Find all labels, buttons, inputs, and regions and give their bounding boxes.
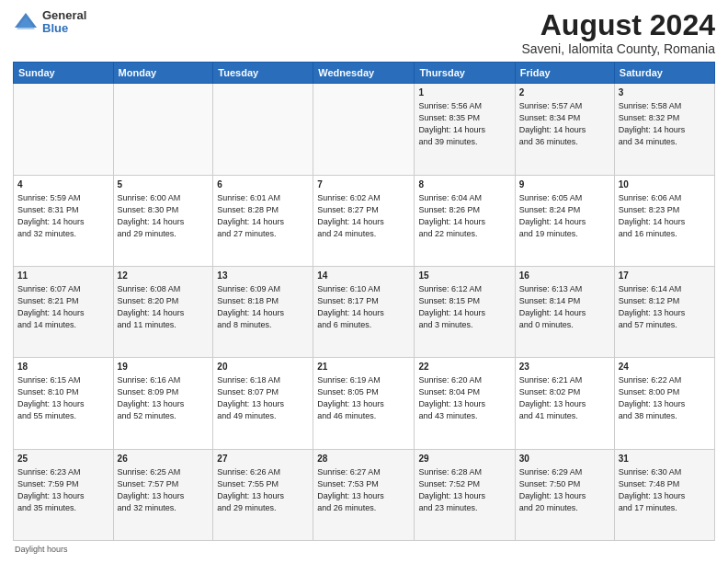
calendar-cell: 25Sunrise: 6:23 AM Sunset: 7:59 PM Dayli… [14, 449, 114, 540]
day-info: Sunrise: 5:58 AM Sunset: 8:32 PM Dayligh… [619, 100, 711, 148]
logo-text: General Blue [42, 9, 86, 36]
day-number: 18 [17, 361, 109, 373]
calendar-cell: 18Sunrise: 6:15 AM Sunset: 8:10 PM Dayli… [14, 358, 114, 449]
day-number: 24 [619, 361, 711, 373]
day-info: Sunrise: 6:19 AM Sunset: 8:05 PM Dayligh… [317, 374, 410, 422]
calendar-cell: 26Sunrise: 6:25 AM Sunset: 7:57 PM Dayli… [113, 449, 213, 540]
title-block: August 2024 Saveni, Ialomita County, Rom… [521, 9, 715, 56]
calendar-cell: 13Sunrise: 6:09 AM Sunset: 8:18 PM Dayli… [213, 266, 313, 357]
day-info: Sunrise: 6:16 AM Sunset: 8:09 PM Dayligh… [118, 374, 210, 422]
calendar-cell: 28Sunrise: 6:27 AM Sunset: 7:53 PM Dayli… [313, 449, 415, 540]
day-number: 23 [519, 361, 610, 373]
day-info: Sunrise: 6:30 AM Sunset: 7:48 PM Dayligh… [619, 466, 711, 514]
day-number: 30 [519, 453, 610, 465]
day-number: 11 [17, 270, 109, 282]
header: General Blue August 2024 Saveni, Ialomit… [13, 9, 715, 56]
calendar-cell: 30Sunrise: 6:29 AM Sunset: 7:50 PM Dayli… [515, 449, 614, 540]
calendar-cell: 1Sunrise: 5:56 AM Sunset: 8:35 PM Daylig… [415, 84, 515, 175]
day-info: Sunrise: 6:04 AM Sunset: 8:26 PM Dayligh… [418, 192, 510, 240]
day-number: 2 [519, 86, 610, 99]
calendar-cell: 2Sunrise: 5:57 AM Sunset: 8:34 PM Daylig… [515, 84, 614, 175]
day-number: 17 [619, 270, 711, 282]
calendar-week-4: 25Sunrise: 6:23 AM Sunset: 7:59 PM Dayli… [14, 449, 715, 540]
day-info: Sunrise: 6:27 AM Sunset: 7:53 PM Dayligh… [317, 466, 410, 514]
calendar-cell: 20Sunrise: 6:18 AM Sunset: 8:07 PM Dayli… [213, 358, 313, 449]
col-monday: Monday [113, 63, 213, 84]
calendar-cell: 23Sunrise: 6:21 AM Sunset: 8:02 PM Dayli… [515, 358, 614, 449]
day-info: Sunrise: 6:29 AM Sunset: 7:50 PM Dayligh… [519, 466, 610, 514]
day-info: Sunrise: 5:57 AM Sunset: 8:34 PM Dayligh… [519, 100, 610, 148]
day-info: Sunrise: 6:20 AM Sunset: 8:04 PM Dayligh… [418, 374, 510, 422]
logo-general: General [42, 9, 86, 22]
calendar-cell: 15Sunrise: 6:12 AM Sunset: 8:15 PM Dayli… [415, 266, 515, 357]
day-info: Sunrise: 6:21 AM Sunset: 8:02 PM Dayligh… [519, 374, 610, 422]
col-tuesday: Tuesday [213, 63, 313, 84]
calendar-cell: 3Sunrise: 5:58 AM Sunset: 8:32 PM Daylig… [614, 84, 714, 175]
calendar-cell: 29Sunrise: 6:28 AM Sunset: 7:52 PM Dayli… [415, 449, 515, 540]
day-number: 16 [519, 270, 610, 282]
calendar-cell: 8Sunrise: 6:04 AM Sunset: 8:26 PM Daylig… [415, 175, 515, 266]
calendar-cell [213, 84, 313, 175]
calendar-cell: 5Sunrise: 6:00 AM Sunset: 8:30 PM Daylig… [113, 175, 213, 266]
calendar-cell: 21Sunrise: 6:19 AM Sunset: 8:05 PM Dayli… [313, 358, 415, 449]
day-number: 25 [17, 453, 109, 465]
day-info: Sunrise: 6:13 AM Sunset: 8:14 PM Dayligh… [519, 283, 610, 331]
day-info: Sunrise: 6:05 AM Sunset: 8:24 PM Dayligh… [519, 192, 610, 240]
calendar-cell [113, 84, 213, 175]
calendar-week-0: 1Sunrise: 5:56 AM Sunset: 8:35 PM Daylig… [14, 84, 715, 175]
day-number: 20 [217, 361, 309, 373]
day-number: 22 [418, 361, 510, 373]
day-number: 14 [317, 270, 410, 282]
calendar-cell: 22Sunrise: 6:20 AM Sunset: 8:04 PM Dayli… [415, 358, 515, 449]
day-info: Sunrise: 5:56 AM Sunset: 8:35 PM Dayligh… [418, 100, 510, 148]
calendar-cell: 7Sunrise: 6:02 AM Sunset: 8:27 PM Daylig… [313, 175, 415, 266]
day-number: 21 [317, 361, 410, 373]
day-info: Sunrise: 6:25 AM Sunset: 7:57 PM Dayligh… [118, 466, 210, 514]
calendar-header-row: Sunday Monday Tuesday Wednesday Thursday… [14, 63, 715, 84]
col-friday: Friday [515, 63, 614, 84]
calendar-week-2: 11Sunrise: 6:07 AM Sunset: 8:21 PM Dayli… [14, 266, 715, 357]
location: Saveni, Ialomita County, Romania [521, 41, 715, 56]
day-info: Sunrise: 6:23 AM Sunset: 7:59 PM Dayligh… [17, 466, 109, 514]
day-info: Sunrise: 6:12 AM Sunset: 8:15 PM Dayligh… [418, 283, 510, 331]
day-info: Sunrise: 6:18 AM Sunset: 8:07 PM Dayligh… [217, 374, 309, 422]
day-number: 13 [217, 270, 309, 282]
calendar-cell: 27Sunrise: 6:26 AM Sunset: 7:55 PM Dayli… [213, 449, 313, 540]
day-number: 12 [118, 270, 210, 282]
logo-blue: Blue [42, 22, 86, 35]
footer-note: Daylight hours [13, 545, 715, 554]
day-number: 10 [619, 178, 711, 191]
day-number: 8 [418, 178, 510, 191]
day-info: Sunrise: 6:07 AM Sunset: 8:21 PM Dayligh… [17, 283, 109, 331]
day-info: Sunrise: 5:59 AM Sunset: 8:31 PM Dayligh… [17, 192, 109, 240]
calendar-cell: 10Sunrise: 6:06 AM Sunset: 8:23 PM Dayli… [614, 175, 714, 266]
day-info: Sunrise: 6:10 AM Sunset: 8:17 PM Dayligh… [317, 283, 410, 331]
logo: General Blue [13, 9, 86, 36]
calendar-cell: 9Sunrise: 6:05 AM Sunset: 8:24 PM Daylig… [515, 175, 614, 266]
calendar-cell: 11Sunrise: 6:07 AM Sunset: 8:21 PM Dayli… [14, 266, 114, 357]
day-number: 3 [619, 86, 711, 99]
day-info: Sunrise: 6:06 AM Sunset: 8:23 PM Dayligh… [619, 192, 711, 240]
calendar-cell: 6Sunrise: 6:01 AM Sunset: 8:28 PM Daylig… [213, 175, 313, 266]
day-number: 31 [619, 453, 711, 465]
calendar-week-1: 4Sunrise: 5:59 AM Sunset: 8:31 PM Daylig… [14, 175, 715, 266]
day-info: Sunrise: 6:08 AM Sunset: 8:20 PM Dayligh… [118, 283, 210, 331]
calendar-cell: 14Sunrise: 6:10 AM Sunset: 8:17 PM Dayli… [313, 266, 415, 357]
calendar-cell: 31Sunrise: 6:30 AM Sunset: 7:48 PM Dayli… [614, 449, 714, 540]
day-number: 27 [217, 453, 309, 465]
day-info: Sunrise: 6:22 AM Sunset: 8:00 PM Dayligh… [619, 374, 711, 422]
month-year: August 2024 [521, 9, 715, 41]
day-info: Sunrise: 6:26 AM Sunset: 7:55 PM Dayligh… [217, 466, 309, 514]
day-info: Sunrise: 6:15 AM Sunset: 8:10 PM Dayligh… [17, 374, 109, 422]
day-info: Sunrise: 6:00 AM Sunset: 8:30 PM Dayligh… [118, 192, 210, 240]
day-info: Sunrise: 6:14 AM Sunset: 8:12 PM Dayligh… [619, 283, 711, 331]
day-number: 5 [118, 178, 210, 191]
col-wednesday: Wednesday [313, 63, 415, 84]
day-number: 28 [317, 453, 410, 465]
day-number: 29 [418, 453, 510, 465]
day-number: 6 [217, 178, 309, 191]
day-number: 26 [118, 453, 210, 465]
calendar-cell: 4Sunrise: 5:59 AM Sunset: 8:31 PM Daylig… [14, 175, 114, 266]
calendar-cell: 17Sunrise: 6:14 AM Sunset: 8:12 PM Dayli… [614, 266, 714, 357]
day-number: 1 [418, 86, 510, 99]
